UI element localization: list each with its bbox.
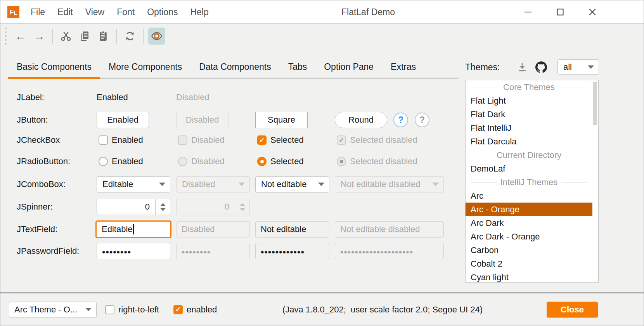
spinner-down-icon [240,208,245,211]
row-label: JButton: [17,115,48,125]
menubar: File Edit View Font Options Help [24,0,215,24]
menu-options[interactable]: Options [141,7,184,17]
theme-category-header: IntelliJ Themes [466,175,592,189]
menu-edit[interactable]: Edit [51,7,79,17]
radio-icon [99,157,108,166]
jlabel-disabled: Disabled [176,92,209,102]
radio-icon [178,157,187,166]
themes-filter-combobox[interactable]: all [557,59,599,75]
toolbar-grip[interactable] [5,28,7,45]
theme-item-flat-light[interactable]: Flat Light [466,94,592,108]
textfield-disabled: Disabled [176,221,250,238]
checkbox-enabled[interactable]: Enabled [97,135,143,145]
disabled-button: Disabled [176,112,229,128]
scissors-icon [60,30,72,42]
round-button[interactable]: Round [335,112,387,128]
spinner-arrows[interactable] [155,199,170,215]
back-button[interactable]: ← [12,28,29,45]
refresh-icon [124,30,136,42]
passwordfield-not-editable-disabled: •••••••••••••••••••• [335,243,444,259]
themes-label: Themes: [465,62,500,73]
radio-selected-icon [257,157,267,166]
theme-item-flat-intellij[interactable]: Flat IntelliJ [466,121,592,135]
theme-item-arc-dark[interactable]: Arc Dark [466,216,592,230]
theme-item-flat-dark[interactable]: Flat Dark [466,108,592,121]
square-button[interactable]: Square [255,112,308,128]
radio-enabled[interactable]: Enabled [97,156,143,166]
theme-item-cyan-light[interactable]: Cyan light [466,271,592,283]
checkbox-checked-icon: ✓ [337,135,346,145]
maximize-icon [555,7,565,17]
themes-list-scrollbar-thumb[interactable] [593,82,597,125]
combobox-not-editable[interactable]: Not editable [255,176,329,192]
text-caret [133,224,134,234]
show-hidden-toggle-button[interactable] [148,28,165,45]
theme-item-arc-dark-orange[interactable]: Arc Dark - Orange [466,230,592,243]
passwordfield-editable[interactable]: •••••••• [97,243,170,259]
window-title: FlatLaf Demo [341,7,395,17]
cut-button[interactable] [57,28,74,45]
forward-button[interactable]: → [31,28,48,45]
theme-combobox[interactable]: Arc Theme - O... [9,302,97,317]
combobox-not-editable-disabled: Not editable disabled [335,176,444,192]
tab-extras[interactable]: Extras [382,59,424,78]
github-button[interactable] [533,59,550,76]
toolbar: ← → [0,24,644,48]
theme-item-carbon[interactable]: Carbon [466,243,592,257]
runtime-info: (Java 1.8.0_202; user scale factor 2.0; … [282,305,483,315]
textfield-editable-focused[interactable]: Editable [95,220,171,238]
combobox-disabled: Disabled [176,176,250,192]
checkbox-icon [105,305,114,314]
checkbox-icon [178,135,187,145]
copy-button[interactable] [76,28,93,45]
toolbar-separator [116,29,117,43]
flatlaf-demo-window: FL File Edit View Font Options Help Flat… [0,0,644,326]
theme-item-cobalt-2[interactable]: Cobalt 2 [466,257,592,271]
spinner-down-icon [160,208,166,211]
chevron-down-icon [159,183,165,186]
titlebar: FL File Edit View Font Options Help Flat… [0,0,644,24]
checkbox-disabled: Disabled [176,135,225,145]
spinner-arrows [235,199,249,215]
combobox-editable[interactable]: Editable [97,176,170,192]
checkbox-checked-icon: ✓ [257,135,267,145]
menu-help[interactable]: Help [184,7,215,17]
jlabel-enabled: Enabled [97,92,128,102]
spinner-up-icon [160,203,166,206]
tab-tabs[interactable]: Tabs [280,59,316,78]
copy-icon [79,30,90,42]
checkbox-selected[interactable]: ✓ Selected [255,135,304,145]
spinner-enabled[interactable]: 0 [97,199,170,215]
right-to-left-checkbox[interactable]: right-to-left [105,305,159,315]
row-label: JTextField: [17,224,57,234]
minimize-icon [523,7,533,17]
menu-file[interactable]: File [24,7,51,17]
paste-button[interactable] [95,28,112,45]
enabled-checkbox[interactable]: ✓ enabled [173,305,217,315]
maximize-button[interactable] [551,0,570,24]
clipboard-icon [97,30,109,42]
row-label: JRadioButton: [17,156,70,166]
enabled-button[interactable]: Enabled [97,112,149,128]
theme-item-demolaf[interactable]: DemoLaf [466,162,592,175]
help-button[interactable]: ? [393,113,408,127]
download-themes-button[interactable] [514,59,531,76]
toolbar-separator [143,29,144,43]
tab-basic-components[interactable]: Basic Components [8,59,100,78]
menu-view[interactable]: View [79,7,111,17]
row-label: JCheckBox [17,135,60,145]
close-icon [587,7,597,17]
tab-data-components[interactable]: Data Components [190,59,279,78]
close-window-button[interactable] [583,0,602,24]
close-button[interactable]: Close [547,302,598,317]
theme-item-flat-darcula[interactable]: Flat Darcula [466,135,592,148]
theme-item-arc-orange[interactable]: Arc - Orange [466,203,592,216]
help-button-disabled: ? [415,113,429,127]
minimize-button[interactable] [518,0,538,24]
refresh-button[interactable] [121,28,138,45]
radio-selected[interactable]: Selected [255,156,304,166]
theme-item-arc[interactable]: Arc [466,189,592,203]
tab-option-pane[interactable]: Option Pane [315,59,382,78]
tab-more-components[interactable]: More Components [100,59,190,78]
menu-font[interactable]: Font [111,7,141,17]
